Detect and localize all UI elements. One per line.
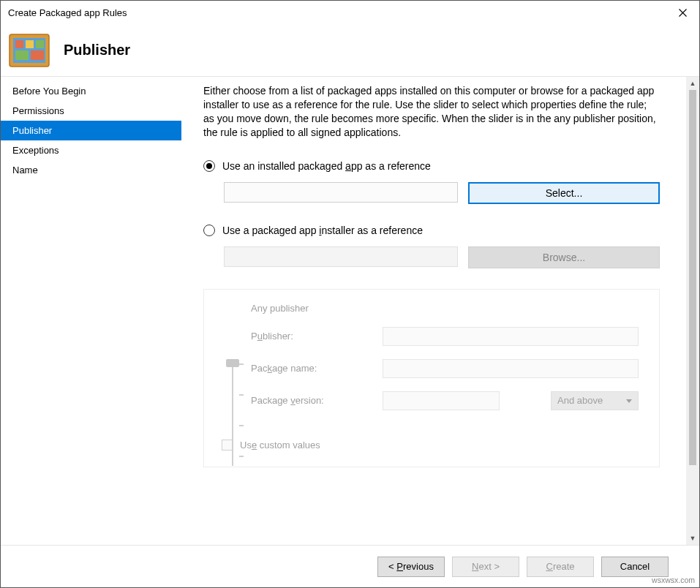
- browse-button: Browse...: [468, 246, 660, 268]
- checkbox-label: Use custom values: [240, 440, 320, 451]
- app-icon: [8, 33, 50, 68]
- publisher-details-box: Any publisher Publisher: Package name: P…: [203, 289, 660, 467]
- radio-label: Use an installed packaged app as a refer…: [222, 160, 431, 172]
- sidebar-item-before-you-begin[interactable]: Before You Begin: [1, 81, 181, 101]
- installed-app-input[interactable]: [224, 182, 458, 203]
- publisher-label: Publisher:: [251, 331, 383, 342]
- window-title: Create Packaged app Rules: [8, 7, 127, 18]
- svg-rect-6: [31, 50, 44, 60]
- previous-button[interactable]: < Previous: [377, 557, 445, 577]
- content-wrap: Either choose from a list of packaged ap…: [181, 77, 699, 545]
- installer-input: [224, 246, 458, 267]
- vertical-scrollbar[interactable]: ▲ ▼: [686, 77, 699, 545]
- titlebar: Create Packaged app Rules: [1, 1, 699, 24]
- installed-app-row: Select...: [203, 182, 660, 204]
- sidebar-item-permissions[interactable]: Permissions: [1, 101, 181, 121]
- sidebar-item-name[interactable]: Name: [1, 160, 181, 180]
- slider-thumb-icon: [226, 359, 239, 367]
- checkbox-icon: [222, 440, 233, 451]
- select-button[interactable]: Select...: [468, 182, 660, 204]
- close-button[interactable]: [666, 1, 699, 24]
- create-button: Create: [527, 557, 594, 577]
- cancel-button[interactable]: Cancel: [601, 557, 669, 577]
- package-name-label: Package name:: [251, 363, 383, 374]
- header: Publisher: [1, 24, 699, 77]
- version-condition-select: And above: [551, 391, 639, 410]
- use-custom-values-checkbox: Use custom values: [222, 440, 644, 451]
- close-icon: [679, 9, 687, 17]
- svg-rect-4: [36, 40, 44, 48]
- package-version-label: Package version:: [251, 395, 383, 406]
- svg-rect-3: [26, 40, 34, 48]
- package-version-input: [383, 391, 500, 410]
- radio-icon: [203, 225, 215, 236]
- svg-rect-5: [15, 50, 29, 60]
- radio-label: Use a packaged app installer as a refere…: [222, 225, 423, 236]
- publisher-input: [383, 327, 639, 346]
- page-title: Publisher: [64, 42, 130, 59]
- sidebar: Before You Begin Permissions Publisher E…: [1, 77, 181, 545]
- scrollbar-thumb[interactable]: [689, 90, 696, 465]
- package-name-input: [383, 359, 639, 378]
- scroll-down-icon[interactable]: ▼: [690, 532, 696, 545]
- installer-row: Browse...: [203, 246, 660, 268]
- description-text: Either choose from a list of packaged ap…: [203, 84, 660, 140]
- radio-use-installer[interactable]: Use a packaged app installer as a refere…: [203, 225, 660, 236]
- content: Either choose from a list of packaged ap…: [181, 77, 686, 545]
- sidebar-item-publisher[interactable]: Publisher: [1, 121, 181, 140]
- svg-rect-2: [15, 40, 23, 48]
- footer: < Previous Next > Create Cancel: [1, 545, 699, 587]
- any-publisher-label: Any publisher: [251, 303, 383, 314]
- watermark: wsxwsx.com: [652, 576, 695, 584]
- wizard-dialog: Create Packaged app Rules Publisher Befo…: [0, 0, 700, 588]
- sidebar-item-exceptions[interactable]: Exceptions: [1, 140, 181, 160]
- scroll-up-icon[interactable]: ▲: [690, 77, 696, 90]
- radio-use-installed-app[interactable]: Use an installed packaged app as a refer…: [203, 160, 660, 172]
- next-button: Next >: [452, 557, 519, 577]
- radio-icon: [203, 160, 215, 172]
- body: Before You Begin Permissions Publisher E…: [1, 77, 699, 545]
